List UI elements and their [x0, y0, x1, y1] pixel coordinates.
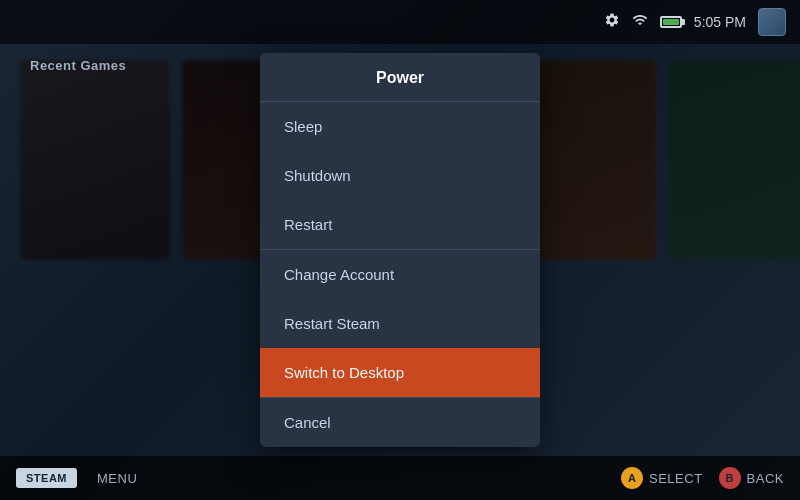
- power-menu-item-restart-steam[interactable]: Restart Steam: [260, 299, 540, 348]
- power-menu-item-shutdown[interactable]: Shutdown: [260, 151, 540, 200]
- power-menu: Power Sleep Shutdown Restart Change Acco…: [260, 53, 540, 447]
- power-menu-item-sleep[interactable]: Sleep: [260, 102, 540, 151]
- power-menu-title: Power: [260, 53, 540, 101]
- power-menu-item-change-account[interactable]: Change Account: [260, 250, 540, 299]
- power-menu-item-switch-to-desktop[interactable]: Switch to Desktop: [260, 348, 540, 397]
- power-menu-item-cancel[interactable]: Cancel: [260, 398, 540, 447]
- modal-overlay: Power Sleep Shutdown Restart Change Acco…: [0, 0, 800, 500]
- power-menu-item-restart[interactable]: Restart: [260, 200, 540, 249]
